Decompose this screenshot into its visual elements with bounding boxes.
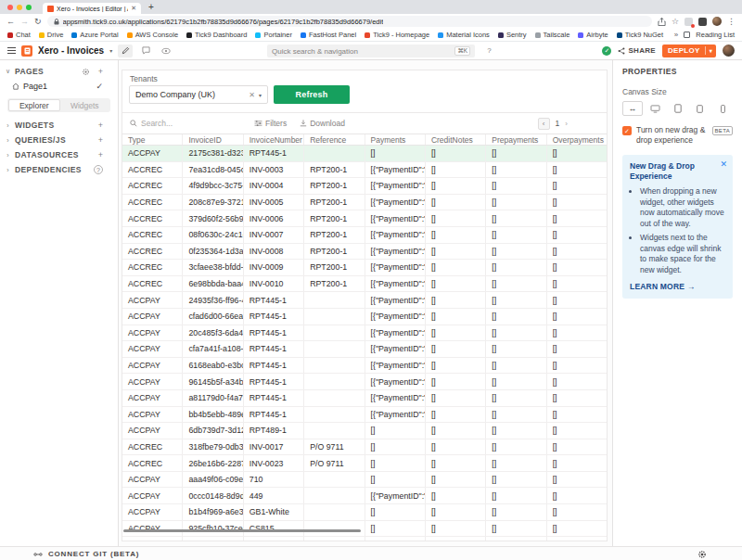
window-minimize-button[interactable]: [17, 5, 22, 10]
table-row[interactable]: ACCPAY0ccc0148-8d9d-42...449[{"PaymentID…: [122, 488, 607, 504]
fluid-width-button[interactable]: ↔: [622, 101, 643, 116]
tenant-select[interactable]: Demo Company (UK) ✕ ▾: [129, 85, 268, 104]
table-row[interactable]: ACCPAY20c485f3-6da4-40...RPT445-1[{"Paym…: [122, 325, 607, 342]
bookmark-item[interactable]: Azure Portal: [71, 31, 118, 39]
extension-icon-2[interactable]: [698, 18, 707, 26]
hamburger-menu-icon[interactable]: [7, 47, 16, 54]
table-row[interactable]: ACCPAYa81179d0-f4a7-415...RPT445-1[{"Pay…: [122, 390, 607, 407]
clear-selection-icon[interactable]: ✕: [249, 91, 255, 99]
browser-profile-avatar[interactable]: [712, 17, 722, 26]
window-close-button[interactable]: [7, 5, 13, 10]
drag-drop-toggle-label[interactable]: Turn on new drag & drop experience: [636, 125, 709, 146]
column-header[interactable]: Payments: [365, 134, 426, 145]
learn-more-link[interactable]: LEARN MORE →: [630, 282, 725, 291]
share-button[interactable]: SHARE: [618, 46, 656, 55]
deploy-button[interactable]: DEPLOY ▾: [662, 45, 716, 57]
table-row[interactable]: ACCREC208c87e9-3721-43...INV-0005RPT200-…: [122, 195, 607, 211]
deploy-chevron-down-icon[interactable]: ▾: [705, 46, 716, 55]
pages-settings-gear-icon[interactable]: [82, 68, 90, 76]
column-header[interactable]: Overpayments: [547, 134, 607, 145]
forward-icon[interactable]: →: [20, 18, 29, 26]
user-avatar[interactable]: [723, 45, 735, 57]
chevron-right-icon[interactable]: ›: [5, 152, 11, 159]
table-row[interactable]: ACCPAY6db739d7-3d12-4c...RPT489-1[][][][…: [122, 423, 607, 439]
bookmarks-overflow-chevron-icon[interactable]: »: [674, 31, 678, 39]
preview-mode-button[interactable]: [159, 45, 173, 57]
tab-close-icon[interactable]: ✕: [131, 5, 136, 12]
table-row[interactable]: ACCPAYaaa49f06-c09e-45...710[][][][]: [122, 472, 607, 489]
table-row[interactable]: ACCPAY96145b5f-a34b-4b...RPT445-1[{"Paym…: [122, 374, 607, 390]
bookmark-item[interactable]: FastHost Panel: [301, 31, 356, 39]
bookmark-item[interactable]: Chat: [7, 31, 31, 39]
app-name-chevron-down-icon[interactable]: ▾: [109, 47, 112, 54]
table-row[interactable]: ACCPAYb1b4f969-a6e3-47...GB1-White[][][]…: [122, 504, 607, 521]
drag-drop-checkbox[interactable]: ✓: [622, 126, 632, 135]
table-row[interactable]: ACCPAYcfa7a41f-a108-4dd...RPT445-1[{"Pay…: [122, 341, 607, 358]
connect-git-button[interactable]: CONNECT GIT (BETA): [48, 550, 139, 558]
extension-icon[interactable]: [684, 18, 693, 26]
table-row[interactable]: ACCPAYbb4b5ebb-489e-4b...RPT445-1[{"Paym…: [122, 407, 607, 424]
table-row[interactable]: ACCREC0f235364-1d3a-45...INV-0008RPT200-…: [122, 244, 607, 261]
address-bar[interactable]: appsmith.tick9.co.uk/applications/62179c…: [47, 16, 652, 27]
share-page-icon[interactable]: [658, 18, 666, 26]
bookmark-item[interactable]: Airbyte: [578, 31, 608, 39]
bookmark-item[interactable]: Material Icons: [438, 31, 490, 39]
chevron-right-icon[interactable]: ›: [5, 137, 11, 144]
download-button[interactable]: Download: [300, 119, 345, 128]
chevron-right-icon[interactable]: ›: [5, 167, 11, 173]
table-row[interactable]: ACCREC3cfaee38-bfdd-4ca...INV-0009RPT200…: [122, 260, 607, 276]
new-tab-button[interactable]: +: [148, 3, 154, 12]
add-query-button[interactable]: +: [98, 135, 103, 145]
table-row[interactable]: ACCREC318fbe79-0db3-44...INV-0017P/O 971…: [122, 439, 607, 456]
add-widget-button[interactable]: +: [98, 121, 103, 130]
chevron-right-icon[interactable]: ›: [5, 122, 11, 129]
tablet-large-button[interactable]: [668, 101, 688, 116]
table-row[interactable]: ACCREC4f9d9bcc-3c75-48...INV-0004RPT200-…: [122, 178, 607, 195]
pages-header-row[interactable]: ∨ PAGES +: [0, 64, 118, 79]
help-icon[interactable]: ?: [484, 45, 494, 56]
table-row[interactable]: ACCPAY6a634d06-4585-47...730-1[{"Payment…: [122, 537, 607, 541]
column-header[interactable]: Reference: [304, 134, 365, 145]
settings-gear-icon[interactable]: [697, 550, 707, 559]
column-header[interactable]: CreditNotes: [426, 134, 486, 145]
window-zoom-button[interactable]: [26, 5, 32, 10]
table-row[interactable]: ACCPAYcfad6d00-66ea-49...RPT445-1[{"Paym…: [122, 309, 607, 325]
tab-explorer[interactable]: Explorer: [8, 99, 60, 111]
add-page-button[interactable]: +: [98, 67, 103, 76]
column-header[interactable]: Type: [122, 134, 183, 145]
quick-search-input[interactable]: Quick search & navigation ⌘K: [267, 45, 475, 57]
comment-mode-button[interactable]: [138, 45, 153, 57]
table-row[interactable]: ACCPAY24935f36-ff96-4e4...RPT445-1[{"Pay…: [122, 292, 607, 309]
filters-button[interactable]: Filters: [254, 119, 287, 128]
tablet-button[interactable]: [690, 101, 710, 116]
desktop-button[interactable]: [645, 101, 665, 116]
dependencies-help-icon[interactable]: ?: [94, 165, 103, 174]
sidebar-section-datasources[interactable]: › DATASOURCES +: [0, 147, 118, 162]
table-row[interactable]: ACCREC26be16b6-2287-4e...INV-0023P/O 971…: [122, 455, 607, 472]
table-row[interactable]: ACCPAY6168eab0-e3bc-41...RPT445-1[{"Paym…: [122, 358, 607, 375]
sidebar-section-queries[interactable]: › QUERIES/JS +: [0, 133, 118, 147]
back-icon[interactable]: ←: [6, 18, 15, 26]
sidebar-section-dependencies[interactable]: › DEPENDENCIES ?: [0, 162, 118, 177]
column-header[interactable]: InvoiceID: [183, 134, 243, 145]
reading-list-label[interactable]: Reading List: [696, 31, 735, 39]
table-search-input[interactable]: Search...: [130, 119, 226, 128]
reload-icon[interactable]: ↻: [34, 18, 42, 26]
prev-page-button[interactable]: ‹: [538, 118, 550, 130]
bookmark-item[interactable]: Tick9 - Homepage: [365, 31, 429, 39]
bookmark-item[interactable]: Drive: [39, 31, 64, 39]
sidebar-section-widgets[interactable]: › WIDGETS +: [0, 118, 118, 133]
table-row[interactable]: ACCREC7ea31cd8-045c-48...INV-0003RPT200-…: [122, 162, 607, 179]
bookmark-item[interactable]: AWS Console: [127, 31, 178, 39]
mobile-button[interactable]: [712, 101, 733, 116]
next-page-button[interactable]: ›: [565, 120, 568, 128]
sidebar-item-page1[interactable]: Page1 ✓: [0, 79, 118, 94]
bookmark-star-icon[interactable]: ☆: [672, 18, 679, 26]
column-header[interactable]: Prepayments: [486, 134, 546, 145]
select-chevron-down-icon[interactable]: ▾: [259, 92, 262, 98]
table-row[interactable]: ACCPAY2175c381-d323-4e...RPT445-1[][][][…: [122, 146, 607, 162]
tab-widgets[interactable]: Widgets: [60, 99, 110, 111]
table-row[interactable]: ACCREC6e98bbda-baa4-46...INV-0010RPT200-…: [122, 276, 607, 293]
table-row[interactable]: ACCREC379d60f2-56b9-4c...INV-0006RPT200-…: [122, 210, 607, 227]
browser-menu-kebab-icon[interactable]: ⋮: [727, 18, 736, 26]
